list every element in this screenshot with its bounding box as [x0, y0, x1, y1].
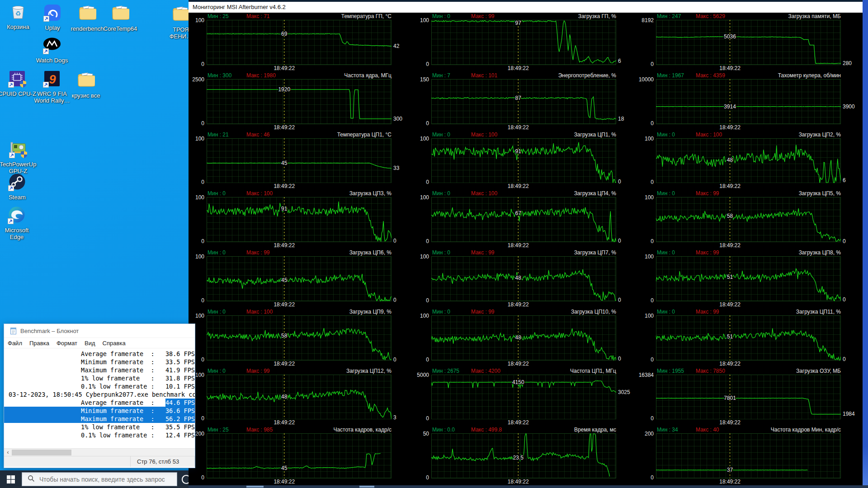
desktop-icon-uplay[interactable]: Uplay	[33, 4, 72, 31]
graph-framerate-min: Мин : 34Макс : 40Частота кадров Мин, кад…	[638, 426, 863, 485]
current-value-label: 48	[727, 156, 733, 163]
graph-power: Мин : 7Макс : 101Энергопотребление, %150…	[413, 72, 638, 131]
graph-title: Энергопотребление, %	[558, 72, 616, 79]
y-axis-max: 100	[413, 194, 429, 201]
graph-framerate: Мин : 25Макс : 985Частота кадров, кадр/с…	[189, 426, 413, 485]
plot-area: 58	[207, 315, 392, 361]
data-line	[656, 106, 841, 107]
graph-cpu5-load: Мин : 0Макс : 99Загрузка ЦП5, %100058018…	[638, 190, 863, 249]
graph-cpu6-load: Мин : 0Макс : 99Загрузка ЦП6, %100045018…	[189, 249, 413, 308]
graph-cpu8-load: Мин : 0Макс : 99Загрузка ЦП8, %100051018…	[638, 249, 863, 308]
notepad-text-area[interactable]: Average framerate : 38.6 FPSMinimum fram…	[4, 348, 195, 448]
desktop-icon-cpuid-cpu-z[interactable]: CPUID CPU-Z	[0, 70, 37, 97]
desktop-icon-label: Корзина	[0, 23, 38, 30]
svg-text:9: 9	[49, 73, 56, 86]
menu-item-Правка[interactable]: Правка	[26, 340, 53, 347]
desktop-icon-watch-dogs[interactable]: Watch Dogs	[33, 36, 71, 64]
max-value: Макс : 100	[246, 308, 273, 315]
graph-ram-usage: Мин : 1955Макс : 7850Загрузка ОЗУ, МБ163…	[638, 367, 863, 427]
desktop-icon-wrc-9[interactable]: 9WRC 9 FIAWorld Rally…	[33, 70, 71, 104]
current-value-label: 91	[515, 148, 522, 155]
afterburner-scrollbar[interactable]	[863, 0, 868, 485]
time-label: 18:49:22	[712, 242, 748, 249]
search-icon	[28, 475, 35, 484]
desktop-icon-microsoft-edge[interactable]: MicrosoftEdge	[0, 206, 36, 240]
current-value-label: 23.5	[513, 455, 524, 461]
menu-item-Справка[interactable]: Справка	[99, 340, 129, 347]
min-value: Мин : 25	[208, 13, 229, 20]
current-value-label: 48	[515, 334, 522, 341]
menu-item-Файл[interactable]: Файл	[4, 340, 26, 347]
current-value-label: 45	[281, 465, 288, 471]
plot-area: 87	[431, 79, 616, 124]
notepad-titlebar[interactable]: Benchmark – Блокнот	[4, 324, 195, 338]
desktop-icon-techpowerup-gpu-z[interactable]: TechPowerUpGPU-Z	[0, 140, 38, 174]
graph-header: Мин : 0.0Макс : 499.8Время кадра, мс	[413, 426, 638, 433]
notepad-line: Maximum framerate : 41.9 FPS	[4, 366, 195, 374]
graph-header: Мин : 0Макс : 100Загрузка ЦП4, %	[413, 190, 638, 197]
y-axis-max: 8192	[638, 17, 654, 23]
y-axis-min: 0	[189, 474, 204, 481]
cpuid-cpu-z-icon	[8, 70, 26, 88]
graph-header: Мин : 34Макс : 40Частота кадров Мин, кад…	[638, 426, 863, 433]
current-value-label: 7801	[724, 395, 736, 401]
graph-title: Загрузка памяти, МБ	[788, 13, 841, 20]
taskbar-button-peek[interactable]	[246, 486, 264, 488]
y-axis-max: 100	[638, 253, 654, 260]
desktop-icon-kruzis-vse[interactable]: крузис все	[66, 71, 105, 99]
graph-header: Мин : 0Макс : 99Загрузка ГП, %	[413, 13, 638, 20]
search-input[interactable]	[38, 475, 177, 483]
taskbar-peek-strip	[189, 485, 868, 488]
notepad-horizontal-scrollbar[interactable]: ‹	[4, 448, 195, 456]
plot-area: 4150	[431, 375, 616, 420]
time-label: 18:49:22	[266, 183, 302, 189]
graph-cpu11-load: Мин : 0Макс : 99Загрузка ЦП11, %10005101…	[638, 308, 863, 367]
plot-area: 91	[207, 197, 392, 242]
max-value: Макс : 99	[696, 190, 719, 197]
y-axis-max: 100	[638, 194, 654, 201]
max-value: Макс : 100	[471, 190, 497, 197]
y-axis-max: 100	[413, 313, 429, 319]
min-value: Мин : 21	[208, 131, 229, 138]
max-value: Макс : 99	[696, 249, 719, 256]
y-axis-min: 0	[189, 297, 204, 304]
current-value-label: 67	[515, 211, 522, 217]
menu-item-Формат[interactable]: Формат	[53, 340, 81, 347]
end-value-label: 6	[843, 177, 846, 183]
notepad-line: Maximum framerate : 56.2 FPS	[4, 415, 195, 423]
start-button[interactable]	[0, 470, 22, 488]
plot-area: 45	[207, 138, 392, 183]
taskbar-button-peek[interactable]	[359, 486, 374, 488]
time-label: 18:49:22	[266, 419, 302, 426]
taskbar-search-box[interactable]	[22, 472, 177, 486]
desktop-icon-recycle-bin[interactable]: ♻Корзина	[0, 3, 38, 30]
desktop-icon-coretemp64[interactable]: CoreTemp64	[101, 5, 140, 32]
min-value: Мин : 0	[432, 249, 450, 256]
current-value-label: 45	[281, 277, 288, 283]
plot-area: 1920	[207, 79, 392, 124]
min-value: Мин : 1967	[657, 72, 684, 79]
y-axis-max: 100	[189, 313, 204, 319]
graph-title: Температура ГП, °C	[341, 13, 392, 20]
desktop-icon-label: TechPowerUpGPU-Z	[0, 161, 38, 174]
plot-area: 37	[656, 433, 841, 479]
desktop-icon-steam[interactable]: Steam	[0, 173, 37, 201]
end-value-label: 42	[393, 43, 399, 49]
plot-area: 48	[207, 375, 392, 420]
current-value-label: 3914	[724, 103, 736, 109]
end-value-label: 3900	[843, 103, 855, 110]
scrollbar-thumb[interactable]	[12, 450, 71, 455]
y-axis-min: 0	[413, 238, 429, 244]
scroll-left-arrow-icon[interactable]: ‹	[4, 449, 12, 456]
graph-header: Мин : 25Макс : 71Температура ГП, °C	[189, 13, 413, 20]
current-value-label: 5036	[724, 33, 736, 40]
afterburner-titlebar[interactable]: Мониторинг MSI Afterburner v4.6.2	[189, 2, 863, 13]
time-label: 18:49:22	[266, 124, 302, 131]
graph-core-clock: Мин : 300Макс : 1980Частота ядра, МГц250…	[189, 72, 413, 131]
menu-item-Вид[interactable]: Вид	[81, 340, 99, 347]
y-axis-max: 100	[189, 253, 204, 260]
min-value: Мин : 0	[208, 308, 226, 315]
troya-feni-icon	[172, 5, 190, 23]
min-value: Мин : 25	[208, 426, 229, 433]
end-value-label: 0	[393, 297, 396, 303]
